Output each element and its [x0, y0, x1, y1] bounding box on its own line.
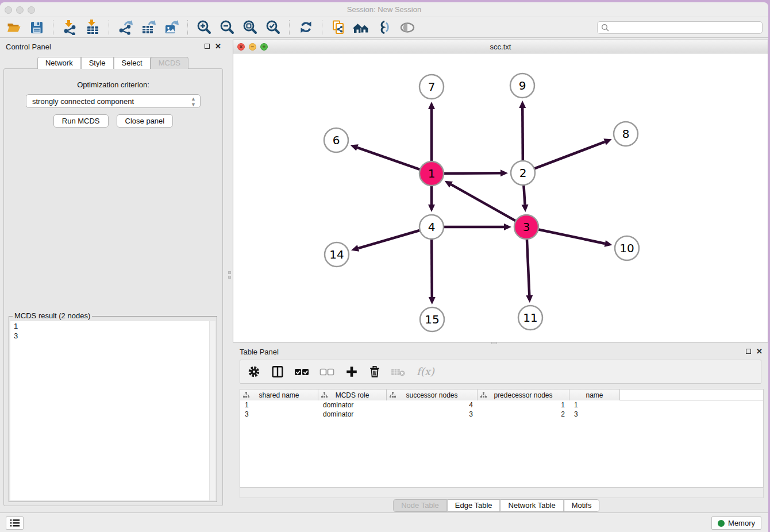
show-hide-button[interactable]	[398, 19, 417, 36]
tab-mcds[interactable]: MCDS	[151, 57, 188, 69]
column-header-shared-name[interactable]: shared name	[240, 390, 318, 400]
search-input[interactable]	[611, 24, 759, 32]
open-session-button[interactable]	[5, 19, 23, 36]
edge-arrowhead	[526, 295, 533, 303]
table-cell: 3	[387, 410, 478, 419]
window-title: Session: New Session	[0, 5, 768, 14]
run-mcds-button[interactable]: Run MCDS	[53, 114, 109, 128]
edge-arrowhead	[500, 169, 508, 176]
edge-arrowhead	[351, 245, 359, 252]
export-image-button[interactable]	[162, 19, 180, 36]
tab-style[interactable]: Style	[81, 57, 114, 69]
graph-edge-3-10[interactable]	[537, 229, 605, 244]
graph-edge-1-6[interactable]	[357, 148, 422, 170]
network-canvas[interactable]: 7968124314101511	[233, 53, 768, 342]
new-network-from-selection-button[interactable]	[329, 19, 348, 36]
memory-button[interactable]: Memory	[711, 516, 761, 530]
add-column-button[interactable]	[345, 363, 359, 380]
table-settings-button[interactable]	[247, 363, 261, 380]
zoom-fit-button[interactable]	[241, 19, 259, 36]
show-column-panel-button[interactable]	[271, 363, 284, 380]
graph-edge-3-11[interactable]	[527, 237, 529, 295]
svg-text:f(x): f(x)	[417, 365, 435, 377]
float-table-panel-icon[interactable]	[746, 349, 751, 354]
column-header-name[interactable]: name	[569, 390, 620, 400]
import-network-button[interactable]	[60, 19, 79, 36]
application-window: Session: New Session	[0, 2, 768, 532]
refresh-button[interactable]	[297, 19, 315, 36]
column-type-icon	[321, 392, 328, 398]
table-scrollbar-track[interactable]	[240, 488, 764, 498]
result-scrollbar[interactable]	[209, 321, 215, 500]
tab-select[interactable]: Select	[114, 57, 151, 69]
network-window-titlebar: × − + scc.txt	[233, 40, 768, 53]
close-panel-icon[interactable]: ✕	[215, 43, 221, 49]
control-panel-header: Control Panel ✕	[0, 40, 226, 53]
search-field[interactable]	[597, 21, 763, 34]
apply-style-button[interactable]	[375, 19, 394, 36]
zoom-out-button[interactable]	[218, 19, 236, 36]
table-cell: 1	[240, 400, 318, 410]
close-table-panel-icon[interactable]: ✕	[756, 348, 763, 354]
graph-edge-4-15[interactable]	[432, 237, 432, 297]
table-toolbar: f(x)	[240, 360, 761, 384]
graph-node-label: 7	[428, 80, 436, 94]
main-area: Control Panel ✕ NetworkStyleSelectMCDS O…	[0, 38, 768, 512]
select-all-button[interactable]	[294, 363, 310, 380]
export-network-button[interactable]	[116, 19, 134, 36]
table-tab-node-table[interactable]: Node Table	[393, 499, 447, 512]
control-panel-tabs: NetworkStyleSelectMCDS	[0, 57, 226, 69]
dropdown-selected-value: strongly connected component	[32, 97, 134, 106]
graph-node-label: 3	[523, 220, 530, 234]
control-panel: Control Panel ✕ NetworkStyleSelectMCDS O…	[0, 40, 226, 506]
graph-edge-4-14[interactable]	[358, 230, 421, 248]
table-row[interactable]: 1dominator411	[240, 400, 763, 410]
zoom-selected-button[interactable]	[264, 19, 282, 36]
table-tab-edge-table[interactable]: Edge Table	[447, 499, 500, 512]
save-session-button[interactable]	[28, 19, 46, 36]
mcds-result-value: 3	[10, 331, 215, 341]
edge-arrowhead	[605, 240, 613, 247]
graph-edge-2-9[interactable]	[522, 108, 523, 163]
mcds-panel-body: Optimization criterion: strongly connect…	[3, 68, 223, 506]
function-builder-button[interactable]: f(x)	[416, 363, 437, 380]
home-button[interactable]	[352, 19, 371, 36]
deselect-all-button[interactable]	[319, 363, 335, 380]
zoom-selected-icon	[265, 20, 281, 35]
column-header-predecessor-nodes[interactable]: predecessor nodes	[478, 390, 569, 400]
graph-node-label: 14	[329, 248, 344, 261]
mcds-result-title: MCDS result (2 nodes)	[13, 311, 92, 320]
graph-node-label: 9	[519, 79, 526, 92]
network-graph[interactable]: 7968124314101511	[233, 53, 768, 342]
folder-open-icon	[6, 20, 22, 35]
column-header-successor-nodes[interactable]: successor nodes	[387, 390, 478, 400]
import-table-button[interactable]	[83, 19, 102, 36]
float-panel-icon[interactable]	[205, 44, 210, 49]
mcds-result-box: MCDS result (2 nodes) 13	[9, 316, 217, 502]
edge-arrowhead	[603, 138, 611, 145]
table-row[interactable]: 3dominator323	[240, 410, 763, 419]
copy-network-icon	[331, 20, 346, 35]
graph-edge-3-1[interactable]	[451, 184, 517, 222]
edge-arrowhead	[522, 205, 529, 212]
export-table-button[interactable]	[139, 19, 157, 36]
graph-edge-2-8[interactable]	[533, 142, 605, 169]
zoom-in-button[interactable]	[195, 19, 213, 36]
column-header-MCDS-role[interactable]: MCDS role	[318, 390, 387, 400]
delete-column-button[interactable]	[368, 363, 381, 380]
table-tab-motifs[interactable]: Motifs	[564, 499, 600, 512]
graph-edge-2-3[interactable]	[523, 183, 525, 205]
tab-network[interactable]: Network	[37, 57, 81, 69]
zoom-in-icon	[197, 20, 212, 35]
optimization-criterion-dropdown[interactable]: strongly connected component ▲▼	[26, 94, 201, 108]
unchecked-boxes-icon	[319, 365, 335, 379]
table-tab-network-table[interactable]: Network Table	[500, 499, 564, 512]
task-history-button[interactable]	[6, 516, 24, 530]
toolbar-separator	[289, 20, 290, 35]
floppy-save-icon	[29, 20, 44, 35]
vertical-splitter-handle[interactable]	[227, 269, 232, 280]
mcds-result-value: 1	[10, 321, 215, 331]
close-panel-button[interactable]: Close panel	[117, 114, 174, 128]
graph-edge-1-2[interactable]	[442, 173, 500, 174]
delete-table-button[interactable]	[391, 363, 406, 380]
